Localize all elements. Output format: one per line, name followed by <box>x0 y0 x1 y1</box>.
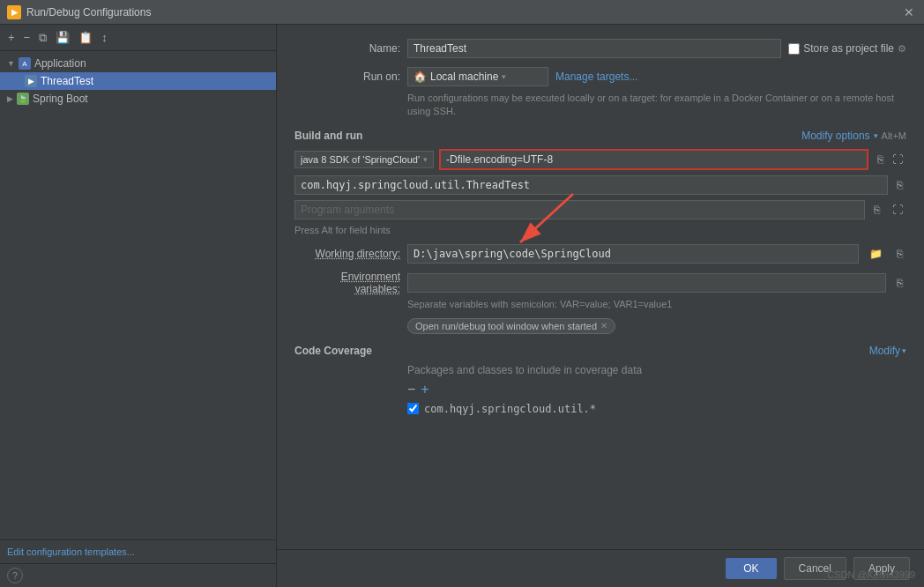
store-project-text: Store as project file <box>803 42 894 55</box>
modify-options-shortcut: Alt+M <box>882 130 906 141</box>
sidebar-toolbar: + − ⧉ 💾 📋 ↕ <box>0 25 276 51</box>
close-button[interactable]: ✕ <box>901 4 917 20</box>
env-hint: Separate variables with semicolon: VAR=v… <box>407 299 906 309</box>
run-on-label: Run on: <box>294 71 400 83</box>
build-run-section-header: Build and run Modify options ▾ Alt+M <box>294 130 906 142</box>
env-vars-input[interactable] <box>407 273 886 293</box>
program-args-fullscreen-button[interactable]: ⛶ <box>889 202 906 218</box>
remove-config-button[interactable]: − <box>21 29 34 46</box>
run-hint: Run configurations may be executed local… <box>407 92 906 119</box>
env-vars-edit-button[interactable]: ⎘ <box>893 275 906 291</box>
sdk-dropdown-arrow-icon: ▾ <box>423 155 428 164</box>
coverage-remove-button[interactable]: − <box>407 382 415 398</box>
run-on-row: Run on: 🏠 Local machine ▾ Manage targets… <box>294 67 906 86</box>
tag-close-button[interactable]: ✕ <box>600 321 607 331</box>
code-coverage-header: Code Coverage Modify ▾ <box>294 345 906 357</box>
working-dir-edit-button[interactable]: ⎘ <box>893 246 906 262</box>
name-row: Name: Store as project file ⚙ <box>294 39 906 58</box>
application-icon: A <box>19 57 31 70</box>
working-dir-row: Working directory: 📁 ⎘ <box>294 244 906 264</box>
sidebar-help: ? <box>0 563 276 587</box>
working-dir-browse-button[interactable]: 📁 <box>866 246 886 262</box>
tree-item-threadtest-label: ThreadTest <box>41 75 93 87</box>
open-debug-tag: Open run/debug tool window when started … <box>407 318 615 334</box>
title-bar-left: ▶ Run/Debug Configurations <box>7 5 151 19</box>
content-inner: Name: Store as project file ⚙ Run on: 🏠 … <box>277 25 924 549</box>
folder-config-button[interactable]: 📋 <box>76 29 95 46</box>
ok-button[interactable]: OK <box>726 558 776 579</box>
store-project-checkbox[interactable] <box>788 43 800 55</box>
main-class-input[interactable] <box>294 175 888 195</box>
program-args-input[interactable] <box>294 200 865 219</box>
store-project-row: Store as project file ⚙ <box>788 42 906 55</box>
sdk-jvm-row: java 8 SDK of 'SpringCloud' ▾ ⎘ ⛶ <box>294 149 906 170</box>
add-config-button[interactable]: + <box>5 29 18 46</box>
modify-row: Modify ▾ <box>869 345 906 357</box>
run-on-icon: 🏠 <box>414 71 427 83</box>
main-class-browse-button[interactable]: ⎘ <box>893 177 906 193</box>
watermark: CSDN @Kelvin3999 <box>827 569 915 580</box>
coverage-controls: − + <box>407 382 906 398</box>
sidebar-bottom: Edit configuration templates... <box>0 539 276 563</box>
sdk-value: java 8 SDK of 'SpringCloud' <box>301 154 420 165</box>
name-label: Name: <box>294 42 400 55</box>
bottom-bar: OK Cancel Apply <box>277 549 924 587</box>
jvm-args-input[interactable] <box>439 149 868 170</box>
name-input[interactable] <box>407 39 781 58</box>
coverage-item: com.hqyj.springcloud.util.* <box>407 403 906 415</box>
tree-group-springboot[interactable]: ▶ 🍃 Spring Boot <box>0 90 276 108</box>
modify-options-row: Modify options ▾ Alt+M <box>801 130 906 142</box>
app-icon: ▶ <box>7 5 21 19</box>
coverage-item-checkbox[interactable] <box>407 403 419 414</box>
modify-chevron-icon: ▾ <box>902 346 906 355</box>
code-coverage-section: Code Coverage Modify ▾ Packages and clas… <box>294 345 906 415</box>
coverage-add-button[interactable]: + <box>421 382 428 398</box>
manage-targets-link[interactable]: Manage targets... <box>555 71 637 83</box>
sidebar: + − ⧉ 💾 📋 ↕ ▼ A Application ▶ ThreadTest… <box>0 25 277 587</box>
env-hint-text: Separate variables with semicolon: VAR=v… <box>407 299 672 309</box>
run-hint-text: Run configurations may be executed local… <box>407 93 894 116</box>
sort-config-button[interactable]: ↕ <box>99 29 110 46</box>
tree-item-threadtest[interactable]: ▶ ThreadTest <box>0 72 276 90</box>
main-layout: + − ⧉ 💾 📋 ↕ ▼ A Application ▶ ThreadTest… <box>0 25 924 587</box>
sdk-select[interactable]: java 8 SDK of 'SpringCloud' ▾ <box>294 151 434 168</box>
coverage-item-text: com.hqyj.springcloud.util.* <box>424 403 596 415</box>
content-panel: Name: Store as project file ⚙ Run on: 🏠 … <box>277 25 924 587</box>
program-args-row: ⎘ ⛶ <box>294 200 906 219</box>
program-args-expand-button[interactable]: ⎘ <box>870 202 883 218</box>
packages-label: Packages and classes to include in cover… <box>407 364 906 376</box>
jvm-args-expand-button[interactable]: ⎘ <box>874 152 887 167</box>
chevron-down-icon: ▼ <box>7 59 15 68</box>
title-bar-controls: ✕ <box>901 4 917 20</box>
thread-test-icon: ▶ <box>25 75 37 87</box>
title-bar-title: Run/Debug Configurations <box>26 6 151 19</box>
jvm-args-fullscreen-button[interactable]: ⛶ <box>889 152 906 167</box>
tag-row: Open run/debug tool window when started … <box>407 318 906 334</box>
copy-config-button[interactable]: ⧉ <box>36 29 49 47</box>
env-vars-row: Environment variables: ⎘ <box>294 271 906 295</box>
tree-group-application-label: Application <box>34 57 86 70</box>
sidebar-tree: ▼ A Application ▶ ThreadTest ▶ 🍃 Spring … <box>0 51 276 539</box>
tree-group-springboot-label: Spring Boot <box>33 93 88 105</box>
save-config-button[interactable]: 💾 <box>53 29 72 46</box>
jvm-args-buttons: ⎘ ⛶ <box>874 152 906 167</box>
run-on-value: Local machine <box>430 71 498 83</box>
edit-templates-link[interactable]: Edit configuration templates... <box>7 546 135 557</box>
main-class-row: ⎘ <box>294 175 906 195</box>
build-run-title: Build and run <box>294 130 362 142</box>
dropdown-arrow-icon: ▾ <box>502 72 506 81</box>
tree-group-application[interactable]: ▼ A Application <box>0 55 276 72</box>
store-project-label: Store as project file <box>788 42 894 55</box>
store-project-icon: ⚙ <box>898 43 906 55</box>
modify-options-chevron-icon: ▾ <box>874 131 878 140</box>
packages-label-text: Packages and classes to include in cover… <box>407 364 642 376</box>
modify-options-link[interactable]: Modify options <box>801 130 869 142</box>
run-on-select[interactable]: 🏠 Local machine ▾ <box>407 67 548 86</box>
modify-link[interactable]: Modify <box>869 345 900 357</box>
title-bar: ▶ Run/Debug Configurations ✕ <box>0 0 924 25</box>
help-button[interactable]: ? <box>7 568 23 583</box>
working-dir-input[interactable] <box>407 244 859 264</box>
env-vars-label: Environment variables: <box>294 271 400 295</box>
press-alt-hint: Press Alt for field hints <box>294 225 906 235</box>
working-dir-label: Working directory: <box>294 248 400 260</box>
